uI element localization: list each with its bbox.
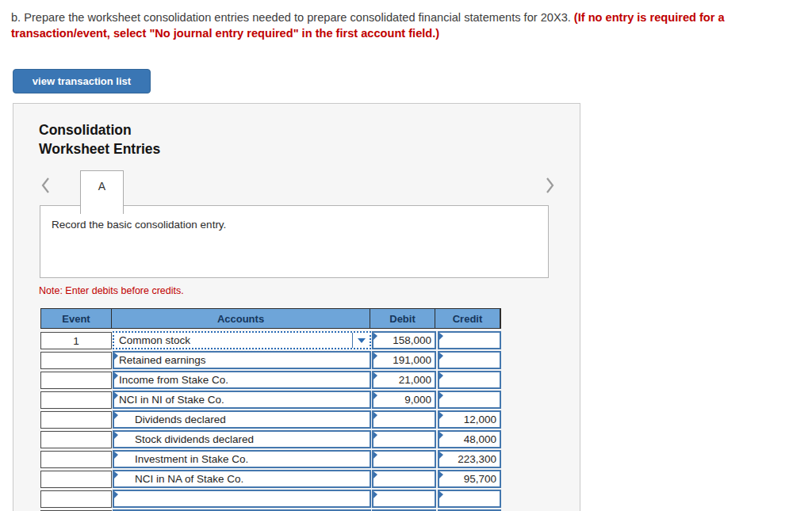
cell-marker-icon [439,353,443,360]
table-row: Investment in Stake Co. 223,300 [40,450,501,470]
instruction-text: b. Prepare the worksheet consolidation e… [11,10,809,41]
account-select[interactable]: Retained earnings [113,351,371,369]
instruction-normal: b. Prepare the worksheet consolidation e… [11,11,574,24]
event-cell: 1 [40,332,112,349]
debit-input[interactable] [372,470,436,488]
account-dropdown-button[interactable] [352,333,370,348]
panel-title-line2: Worksheet Entries [39,139,160,158]
cell-marker-icon [439,392,443,399]
event-cell [40,471,112,488]
cell-marker-icon [373,353,377,360]
cell-marker-icon [114,471,118,479]
account-select[interactable]: Stock dividends declared [113,430,371,448]
debit-input[interactable]: 21,000 [372,371,436,389]
credit-input[interactable]: 223,300 [438,450,501,468]
note-text: Note: Enter debits before credits. [39,285,184,296]
cell-marker-icon [114,412,118,419]
cell-marker-icon [373,412,377,419]
debit-input[interactable] [372,490,436,508]
debit-input[interactable]: 191,000 [372,351,436,369]
cell-marker-icon [373,452,377,459]
credit-input[interactable] [438,351,501,369]
column-header-debit: Debit [370,309,435,328]
cell-marker-icon [373,333,377,340]
debit-input[interactable]: 158,000 [372,331,436,349]
table-row [40,490,501,509]
account-select[interactable]: Dividends declared [113,410,371,429]
event-cell [40,431,112,448]
chevron-left-icon [40,175,52,196]
credit-value: 48,000 [464,433,496,445]
debit-input[interactable] [372,410,436,429]
cell-marker-icon [114,372,118,379]
view-transaction-list-button[interactable]: view transaction list [13,69,151,93]
account-select[interactable]: Investment in Stake Co. [113,450,371,468]
credit-value: 12,000 [464,414,496,425]
cell-marker-icon [373,372,377,379]
account-value: Investment in Stake Co. [114,453,248,465]
table-row: Retained earnings 191,000 [40,351,501,371]
cell-marker-icon [439,491,443,498]
event-cell [40,391,112,409]
cell-marker-icon [373,471,377,479]
table-row: Income from Stake Co. 21,000 [40,371,501,391]
table-row: Dividends declared 12,000 [40,410,501,430]
next-tab-button[interactable] [543,175,556,196]
cell-marker-icon [439,372,443,379]
debit-input[interactable] [372,450,436,468]
event-cell [40,411,112,429]
consolidation-worksheet-panel: Consolidation Worksheet Entries A Record… [13,103,580,511]
account-select[interactable]: Income from Stake Co. [113,371,371,389]
credit-input[interactable]: 48,000 [438,430,501,448]
account-value: Dividends declared [114,414,226,425]
account-select[interactable] [113,490,371,508]
event-cell [40,490,112,508]
credit-input[interactable] [438,371,501,389]
table-row: Stock dividends declared 48,000 [40,430,501,450]
panel-title-line1: Consolidation [39,120,160,139]
cell-marker-icon [114,392,118,399]
credit-input[interactable] [438,490,501,508]
requirement-text: Record the basic consolidation entry. [52,219,226,231]
table-header-row: Event Accounts Debit Credit [40,308,501,329]
table-row: 1 Common stock 158,000 [40,331,501,351]
account-value: Stock dividends declared [114,433,254,445]
event-cell [40,372,112,389]
account-select[interactable]: NCI in NA of Stake Co. [113,470,371,488]
debit-value: 21,000 [399,374,431,386]
cell-marker-icon [439,412,443,419]
account-value: NCI in NI of Stake Co. [114,394,224,406]
cell-marker-icon [114,432,118,439]
account-value: NCI in NA of Stake Co. [114,473,243,485]
debit-value: 158,000 [393,334,431,346]
account-select[interactable]: NCI in NI of Stake Co. [113,391,371,409]
cell-marker-icon [439,452,443,459]
column-header-event: Event [41,309,112,328]
account-select[interactable]: Common stock [113,331,371,349]
cell-marker-icon [439,333,443,340]
credit-input[interactable] [438,391,501,409]
debit-input[interactable]: 9,000 [372,391,436,409]
caret-down-icon [358,338,366,343]
panel-title: Consolidation Worksheet Entries [39,120,160,158]
table-row: NCI in NI of Stake Co. 9,000 [40,391,501,410]
credit-value: 223,300 [458,453,496,465]
credit-input[interactable]: 12,000 [438,410,501,429]
debit-value: 191,000 [393,354,431,366]
credit-input[interactable]: 95,700 [438,470,501,488]
debit-value: 9,000 [404,394,431,406]
cell-marker-icon [114,452,118,459]
requirement-box: Record the basic consolidation entry. [40,205,549,278]
account-value: Retained earnings [114,354,206,366]
event-cell [40,451,112,468]
cell-marker-icon [439,471,443,479]
debit-input[interactable] [372,430,436,448]
account-value: Common stock [114,334,190,346]
chevron-right-icon [543,175,556,196]
table-row: NCI in NA of Stake Co. 95,700 [40,470,501,490]
cell-marker-icon [114,491,118,498]
prev-tab-button[interactable] [40,175,52,196]
tab-a[interactable]: A [80,170,124,214]
credit-input[interactable] [438,331,501,349]
cell-marker-icon [373,392,377,399]
